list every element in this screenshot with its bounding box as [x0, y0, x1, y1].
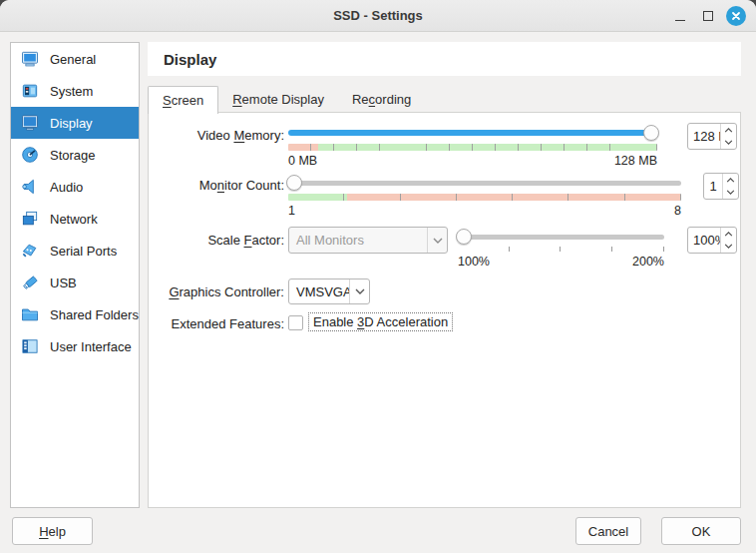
settings-dialog: SSD - Settings General System Displ	[0, 0, 756, 553]
tab-label-part: creen	[172, 93, 204, 108]
video-memory-spinbox[interactable]: 128 MB	[687, 123, 737, 150]
slider-track	[288, 130, 657, 136]
slider-track	[458, 235, 664, 240]
slider-handle[interactable]	[286, 175, 302, 191]
settings-category-list: General System Display Storage Audio	[10, 42, 140, 508]
maximize-button[interactable]	[698, 6, 718, 26]
sidebar-item-label: Audio	[41, 180, 83, 195]
spin-buttons	[720, 228, 736, 253]
slider-track	[288, 181, 681, 186]
tab-label-key: R	[232, 92, 241, 107]
monitor-count-label: Monitor Count:	[149, 178, 284, 193]
sidebar-item-label: Shared Folders	[41, 307, 139, 322]
tab-label-key: S	[163, 93, 172, 108]
label-key: n	[217, 178, 224, 193]
usb-icon	[19, 272, 41, 293]
label-part: actor:	[251, 233, 284, 248]
sidebar-item-audio[interactable]: Audio	[11, 171, 139, 203]
scale-factor-slider[interactable]	[458, 229, 664, 245]
video-memory-value[interactable]: 128 MB	[688, 124, 720, 149]
display-icon	[19, 112, 41, 134]
network-icon	[19, 208, 41, 230]
minimize-button[interactable]	[670, 6, 690, 26]
scale-factor-value[interactable]: 100%	[688, 228, 720, 253]
general-icon	[19, 48, 41, 70]
spin-down-button[interactable]	[721, 241, 736, 254]
sidebar-item-label: Display	[41, 116, 93, 131]
enable-3d-acceleration-checkbox[interactable]	[288, 315, 303, 330]
label-part: emory:	[244, 128, 284, 143]
help-button[interactable]: Help	[12, 517, 93, 545]
slider-handle[interactable]	[643, 125, 659, 141]
maximize-icon	[703, 11, 713, 21]
tab-label-part: ording	[375, 92, 411, 107]
label-part: Scale	[207, 233, 243, 248]
chevron-down-icon	[349, 279, 369, 303]
sidebar-item-display[interactable]: Display	[11, 107, 139, 139]
tab-remote-display[interactable]: Remote Display	[218, 86, 338, 113]
scale-factor-spinbox[interactable]: 100%	[687, 227, 737, 254]
sidebar-item-network[interactable]: Network	[11, 203, 139, 235]
close-button[interactable]	[726, 6, 746, 26]
sidebar-item-shared-folders[interactable]: Shared Folders	[11, 298, 139, 330]
screen-tab-pane: Video Memory: 0 MB 128 MB 128 MB Monitor…	[148, 112, 741, 508]
system-icon	[19, 80, 41, 102]
label-part: D Acceleration	[364, 314, 448, 329]
monitor-count-spinbox[interactable]: 1	[703, 173, 739, 200]
monitor-count-scale	[288, 194, 681, 201]
scale-max-label: 128 MB	[614, 154, 657, 168]
cancel-button[interactable]: Cancel	[575, 517, 641, 545]
tab-screen[interactable]: Screen	[148, 86, 218, 114]
label-key: M	[233, 128, 244, 143]
monitor-count-value[interactable]: 1	[704, 174, 722, 199]
enable-3d-acceleration-checkbox-label[interactable]: Enable 3D Acceleration	[308, 312, 453, 331]
storage-icon	[19, 144, 41, 166]
scale-max-label: 200%	[632, 255, 664, 269]
spin-up-button[interactable]	[721, 124, 736, 137]
spin-up-button[interactable]	[723, 174, 738, 187]
video-memory-label: Video Memory:	[149, 128, 284, 143]
video-memory-scale	[288, 144, 657, 151]
sidebar-item-general[interactable]: General	[11, 43, 139, 75]
sidebar-item-serial-ports[interactable]: Serial Ports	[11, 235, 139, 267]
button-label-key: H	[39, 524, 48, 539]
sidebar-item-user-interface[interactable]: User Interface	[11, 330, 139, 362]
minimize-icon	[675, 20, 685, 21]
sidebar-item-label: Serial Ports	[41, 244, 117, 259]
close-icon	[726, 6, 746, 26]
button-label-part: Cancel	[588, 524, 628, 539]
page-header: Display	[148, 42, 741, 76]
graphics-controller-label: Graphics Controller:	[149, 284, 284, 299]
scale-min-label: 100%	[458, 255, 490, 269]
display-tabbar: Screen Remote Display Recording	[148, 86, 425, 113]
slider-handle[interactable]	[456, 229, 472, 245]
monitor-count-slider[interactable]	[288, 175, 681, 191]
spin-down-button[interactable]	[723, 187, 738, 200]
scale-factor-monitor-combo[interactable]: All Monitors	[288, 227, 448, 254]
monitor-count-scale-labels: 1 8	[288, 204, 681, 218]
sidebar-item-label: User Interface	[41, 339, 132, 354]
scale-min-label: 1	[288, 204, 295, 218]
sidebar-item-label: System	[41, 84, 93, 99]
chevron-down-icon	[427, 228, 447, 253]
spin-up-button[interactable]	[721, 228, 736, 241]
sidebar-item-usb[interactable]: USB	[11, 267, 139, 298]
label-part: itor Count:	[224, 178, 284, 193]
ok-button[interactable]: OK	[661, 517, 741, 545]
video-memory-slider[interactable]	[288, 125, 657, 141]
tab-recording[interactable]: Recording	[338, 86, 425, 113]
spin-buttons	[722, 174, 738, 199]
video-memory-scale-labels: 0 MB 128 MB	[288, 154, 657, 168]
graphics-controller-combo[interactable]: VMSVGA	[288, 278, 370, 304]
sidebar-item-label: USB	[41, 276, 77, 290]
button-label-part: elp	[49, 524, 66, 539]
tab-label-part: Re	[352, 92, 369, 107]
spin-down-button[interactable]	[721, 137, 736, 150]
sidebar-item-system[interactable]: System	[11, 75, 139, 107]
scale-min-label: 0 MB	[288, 154, 317, 168]
scale-factor-label: Scale Factor:	[149, 233, 284, 248]
titlebar[interactable]: SSD - Settings	[0, 0, 756, 32]
audio-icon	[19, 176, 41, 198]
sidebar-item-label: General	[41, 52, 96, 67]
sidebar-item-storage[interactable]: Storage	[11, 139, 139, 171]
